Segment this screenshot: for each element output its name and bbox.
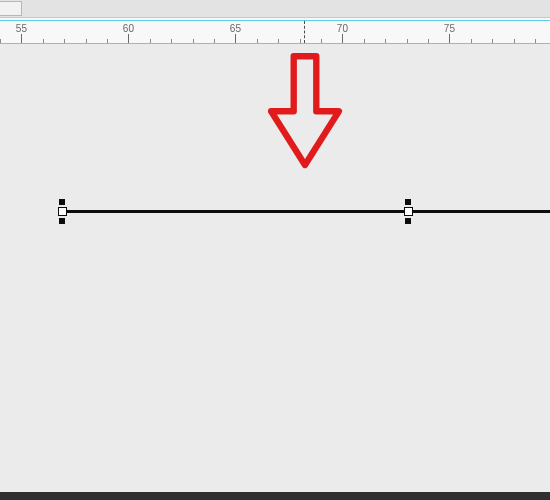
status-bar-strip <box>0 492 550 500</box>
ruler-tick <box>64 39 65 43</box>
selected-line-object[interactable] <box>0 44 550 500</box>
ruler-tick-label: 55 <box>16 23 27 34</box>
ruler-tick <box>471 39 472 43</box>
ruler-tick <box>514 39 515 43</box>
ruler-tick <box>193 39 194 43</box>
toolbar-button-fragment[interactable] <box>0 1 22 16</box>
ruler-tick <box>492 39 493 43</box>
ruler-tick <box>107 39 108 43</box>
ruler-tick <box>0 39 1 43</box>
ruler-tick <box>364 39 365 43</box>
ruler-tick <box>278 39 279 43</box>
ruler-tick <box>407 39 408 43</box>
ruler-tick <box>257 39 258 43</box>
ruler-tick <box>535 39 536 43</box>
ruler-tick <box>128 34 129 43</box>
ruler-tick <box>171 39 172 43</box>
anchor-point[interactable] <box>405 208 412 215</box>
selection-handle[interactable] <box>405 199 411 205</box>
ruler-tick <box>428 39 429 43</box>
canvas[interactable] <box>0 44 550 500</box>
anchor-point[interactable] <box>59 208 66 215</box>
ruler-tick-label: 60 <box>123 23 134 34</box>
toolbar-strip <box>0 0 550 18</box>
ruler-tick <box>449 34 450 43</box>
ruler-tick <box>235 34 236 43</box>
ruler-tick <box>43 39 44 43</box>
ruler-tick <box>214 39 215 43</box>
timeline-ruler[interactable]: 556065707580 <box>0 18 550 44</box>
ruler-ticks: 556065707580 <box>0 21 550 43</box>
ruler-tick-label: 70 <box>337 23 348 34</box>
ruler-tick <box>86 39 87 43</box>
selection-handle[interactable] <box>59 199 65 205</box>
ruler-tick <box>385 39 386 43</box>
ruler-tick <box>342 34 343 43</box>
ruler-tick <box>21 34 22 43</box>
ruler-tick <box>321 39 322 43</box>
ruler-tick-label: 75 <box>444 23 455 34</box>
selection-handle[interactable] <box>405 218 411 224</box>
line-path[interactable] <box>58 210 550 213</box>
playhead-cursor[interactable] <box>304 21 305 43</box>
ruler-tick <box>150 39 151 43</box>
ruler-tick <box>300 39 301 43</box>
selection-handle[interactable] <box>59 218 65 224</box>
ruler-inner: 556065707580 <box>0 21 550 43</box>
ruler-tick-label: 65 <box>230 23 241 34</box>
